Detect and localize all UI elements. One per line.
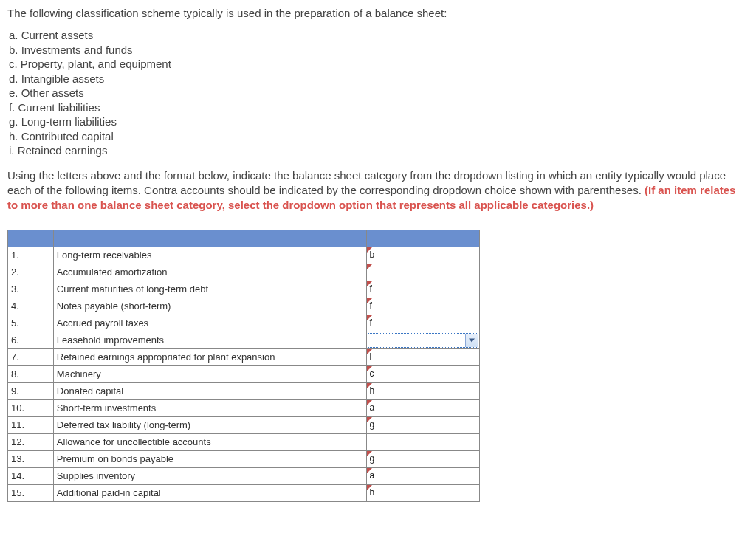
answer-value: f — [367, 316, 479, 331]
row-number: 5. — [8, 315, 54, 332]
table-header-row — [8, 230, 480, 247]
answer-value: a — [367, 401, 479, 416]
table-row: 5.Accrued payroll taxesf — [8, 315, 480, 332]
row-description: Machinery — [53, 365, 367, 382]
row-number: 8. — [8, 365, 54, 382]
answer-dropdown-cell[interactable]: a — [367, 467, 480, 484]
scheme-item: e. Other assets — [9, 86, 749, 100]
instructions-text: Using the letters above and the format b… — [7, 168, 749, 213]
answer-value: c — [367, 367, 479, 382]
table-row: 2.Accumulated amortization — [8, 264, 480, 281]
row-description: Short-term investments — [53, 399, 367, 416]
table-row: 9.Donated capitalh — [8, 382, 480, 399]
row-number: 12. — [8, 433, 54, 450]
answer-value: g — [367, 452, 479, 467]
row-description: Premium on bonds payable — [53, 450, 367, 467]
row-description: Supplies inventory — [53, 467, 367, 484]
row-number: 10. — [8, 399, 54, 416]
row-number: 2. — [8, 264, 54, 281]
table-row: 15.Additional paid-in capitalh — [8, 484, 480, 501]
table-row: 3.Current maturities of long-term debtf — [8, 281, 480, 298]
answer-dropdown-cell[interactable] — [367, 332, 480, 348]
answer-dropdown-cell[interactable]: f — [367, 281, 480, 298]
answer-dropdown-cell[interactable]: f — [367, 315, 480, 332]
scheme-item: c. Property, plant, and equipment — [9, 57, 749, 72]
chevron-down-icon[interactable] — [465, 334, 478, 347]
row-description: Retained earnings appropriated for plant… — [53, 348, 367, 365]
table-row: 7.Retained earnings appropriated for pla… — [8, 348, 480, 365]
table-row: 8.Machineryc — [8, 365, 480, 382]
scheme-item: f. Current liabilities — [9, 100, 749, 115]
row-description: Notes payable (short-term) — [53, 298, 367, 315]
row-number: 3. — [8, 281, 54, 298]
row-description: Long-term receivables — [53, 247, 367, 264]
header-blank-1 — [8, 230, 54, 247]
table-row: 6.Leasehold improvements — [8, 332, 480, 348]
classification-scheme-list: a. Current assets b. Investments and fun… — [9, 28, 749, 158]
answer-dropdown-cell[interactable]: h — [367, 382, 480, 399]
scheme-item: h. Contributed capital — [9, 129, 749, 144]
row-number: 15. — [8, 484, 54, 501]
scheme-item: b. Investments and funds — [9, 43, 749, 58]
table-row: 10.Short-term investmentsa — [8, 399, 480, 416]
table-row: 11.Deferred tax liability (long-term)g — [8, 416, 480, 433]
answer-dropdown-cell[interactable]: h — [367, 484, 480, 501]
row-description: Accumulated amortization — [53, 264, 367, 281]
row-number: 4. — [8, 298, 54, 315]
answer-dropdown-cell[interactable]: i — [367, 348, 480, 365]
answer-dropdown-cell[interactable]: a — [367, 399, 480, 416]
scheme-item: a. Current assets — [9, 28, 749, 43]
instructions-plain: Using the letters above and the format b… — [7, 169, 726, 196]
header-blank-3 — [367, 230, 480, 247]
answer-dropdown-cell[interactable]: g — [367, 450, 480, 467]
answer-value — [367, 265, 479, 280]
table-row: 13.Premium on bonds payableg — [8, 450, 480, 467]
answer-value — [368, 334, 465, 347]
answer-value: f — [367, 299, 479, 314]
answer-value: b — [367, 248, 479, 263]
intro-text: The following classification scheme typi… — [7, 6, 749, 21]
answer-table: 1.Long-term receivablesb2.Accumulated am… — [7, 230, 480, 502]
answer-dropdown-cell[interactable] — [367, 264, 480, 281]
answer-dropdown-cell[interactable]: f — [367, 298, 480, 315]
row-description: Current maturities of long-term debt — [53, 281, 367, 298]
row-description: Accrued payroll taxes — [53, 315, 367, 332]
row-number: 11. — [8, 416, 54, 433]
answer-value — [367, 435, 479, 450]
answer-dropdown-cell[interactable]: c — [367, 365, 480, 382]
row-description: Deferred tax liability (long-term) — [53, 416, 367, 433]
answer-value: f — [367, 282, 479, 297]
row-number: 9. — [8, 382, 54, 399]
row-number: 1. — [8, 247, 54, 264]
scheme-item: g. Long-term liabilities — [9, 114, 749, 129]
row-number: 14. — [8, 467, 54, 484]
table-row: 12.Allowance for uncollectible accounts — [8, 433, 480, 450]
scheme-item: i. Retained earnings — [9, 143, 749, 158]
row-description: Additional paid-in capital — [53, 484, 367, 501]
row-description: Allowance for uncollectible accounts — [53, 433, 367, 450]
answer-value: h — [367, 384, 479, 399]
header-blank-2 — [53, 230, 367, 247]
table-row: 4.Notes payable (short-term)f — [8, 298, 480, 315]
row-number: 7. — [8, 348, 54, 365]
answer-value: h — [367, 486, 479, 501]
answer-value: g — [367, 418, 479, 433]
answer-dropdown-cell[interactable]: g — [367, 416, 480, 433]
answer-dropdown-cell[interactable]: b — [367, 247, 480, 264]
answer-value: a — [367, 469, 479, 484]
scheme-item: d. Intangible assets — [9, 72, 749, 86]
row-description: Leasehold improvements — [53, 332, 367, 348]
answer-dropdown-cell[interactable] — [367, 433, 480, 450]
row-description: Donated capital — [53, 382, 367, 399]
answer-value: i — [367, 350, 479, 365]
row-number: 6. — [8, 332, 54, 348]
table-row: 1.Long-term receivablesb — [8, 247, 480, 264]
row-number: 13. — [8, 450, 54, 467]
svg-marker-0 — [469, 338, 475, 342]
table-row: 14.Supplies inventorya — [8, 467, 480, 484]
